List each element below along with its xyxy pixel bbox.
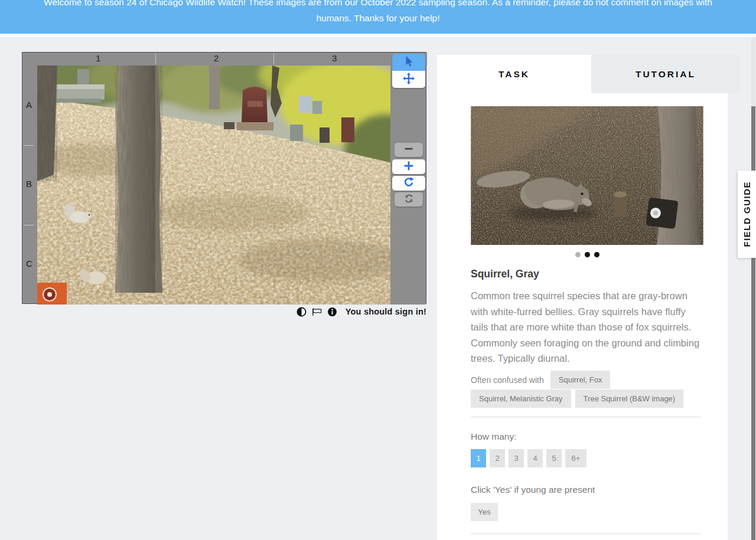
flag-icon[interactable] <box>312 307 322 317</box>
field-guide-tab[interactable]: FIELD GUIDE <box>738 171 756 258</box>
page: Welcome to season 24 of Chicago Wildlife… <box>0 0 756 540</box>
announcement-banner: Welcome to season 24 of Chicago Wildlife… <box>0 0 756 34</box>
carousel-dot-2[interactable] <box>585 252 590 257</box>
zoom-in-button[interactable] <box>392 159 425 174</box>
section-divider <box>471 534 701 534</box>
species-description: Common tree squirrel species that are gr… <box>471 288 705 366</box>
confused-with-row: Often confused with Squirrel, Fox Squirr… <box>471 371 707 408</box>
sign-in-prompt: You should sign in! <box>346 307 426 316</box>
pointer-tool-group <box>392 54 425 88</box>
task-panel: Squirrel, Gray Common tree squirrel spec… <box>437 93 728 540</box>
young-present-label: Click 'Yes' if young are present <box>471 485 595 495</box>
contrast-icon[interactable] <box>296 307 307 317</box>
reset-icon <box>403 193 415 207</box>
column-tick <box>155 54 156 64</box>
row-label-a: A <box>26 100 32 110</box>
reset-button[interactable] <box>395 192 423 207</box>
move-icon <box>402 72 415 87</box>
count-option-3[interactable]: 3 <box>509 449 524 467</box>
row-tick <box>24 225 34 225</box>
classifier-tabs: TASK TUTORIAL <box>437 55 740 93</box>
announcement-text: Welcome to season 24 of Chicago Wildlife… <box>0 0 756 26</box>
annotate-tool-button[interactable] <box>392 54 425 71</box>
how-many-label: How many: <box>471 431 517 442</box>
column-label-1: 1 <box>96 53 100 63</box>
young-yes-button[interactable]: Yes <box>471 503 498 521</box>
confused-chip-melanistic-gray[interactable]: Squirrel, Melanistic Gray <box>471 390 571 408</box>
column-ruler: 1 2 3 <box>22 53 427 66</box>
tab-tutorial[interactable]: TUTORIAL <box>591 55 740 93</box>
field-guide-tab-label: FIELD GUIDE <box>742 181 752 247</box>
count-option-2[interactable]: 2 <box>490 449 505 467</box>
minus-icon <box>403 143 415 157</box>
column-tick <box>273 54 274 64</box>
column-label-2: 2 <box>214 53 219 63</box>
species-title: Squirrel, Gray <box>471 268 539 280</box>
column-label-3: 3 <box>332 53 337 63</box>
row-ruler: A B C <box>22 66 37 303</box>
row-label-c: C <box>26 258 32 269</box>
carousel-dots <box>471 252 703 257</box>
move-tool-button[interactable] <box>392 71 425 88</box>
rotate-button[interactable] <box>392 176 425 191</box>
species-photo <box>471 106 703 245</box>
plus-icon <box>403 160 415 174</box>
confused-with-label: Often confused with <box>471 375 544 385</box>
section-divider <box>471 417 701 417</box>
count-options: 1 2 3 4 5 6+ <box>471 449 586 467</box>
rotate-icon <box>403 176 415 191</box>
viewer-toolbar <box>390 53 426 305</box>
tab-task[interactable]: TASK <box>437 55 591 93</box>
count-option-1[interactable]: 1 <box>471 449 486 467</box>
carousel-dot-3[interactable] <box>594 252 599 257</box>
info-icon[interactable] <box>327 307 337 317</box>
subject-viewer: 1 2 3 A B C <box>22 52 426 304</box>
count-option-4[interactable]: 4 <box>527 449 543 467</box>
confused-chip-squirrel-fox[interactable]: Squirrel, Fox <box>550 371 611 389</box>
count-option-6plus[interactable]: 6+ <box>565 449 586 467</box>
banner-divider <box>0 34 756 37</box>
confused-chip-tree-squirrel[interactable]: Tree Squirrel (B&W image) <box>575 390 684 408</box>
cursor-arrow-icon <box>402 55 415 70</box>
row-tick <box>24 145 34 146</box>
subject-status-row: You should sign in! <box>22 305 426 318</box>
row-label-b: B <box>26 179 32 189</box>
carousel-dot-1[interactable] <box>575 252 581 257</box>
zoom-out-button[interactable] <box>395 143 423 157</box>
camera-trap-photo[interactable] <box>37 66 392 305</box>
count-option-5[interactable]: 5 <box>546 449 562 467</box>
